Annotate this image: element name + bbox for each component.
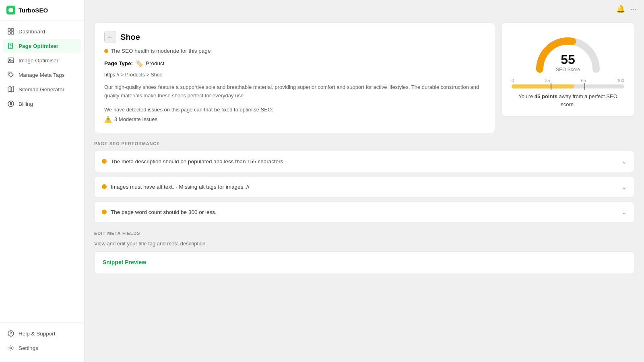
chevron-down-icon: ⌄: [621, 208, 627, 216]
settings-icon: [7, 344, 14, 352]
top-bar: 🔔 ···: [169, 0, 644, 18]
sidebar-item-label: Page Optimiser: [19, 43, 58, 49]
sidebar-item-billing[interactable]: Billing: [3, 97, 81, 111]
bar-label-0: 0: [512, 78, 514, 83]
svg-rect-3: [8, 32, 10, 34]
sidebar: TurboSEO Dashboard Page Optimiser Image …: [0, 0, 85, 362]
svg-rect-4: [11, 32, 14, 34]
back-button[interactable]: ←: [104, 31, 116, 43]
accordion-item-meta-desc[interactable]: The meta description should be populated…: [94, 151, 634, 172]
score-bar-labels: 0 35 65 100: [512, 78, 624, 83]
page-type-row: Page Type: 🏷️ Product: [104, 60, 485, 67]
sidebar-item-label: Dashboard: [19, 29, 45, 35]
card-header: ← Shoe: [104, 31, 485, 43]
grid-icon: [7, 28, 14, 35]
accordion-item-word-count[interactable]: The page word count should be 300 or les…: [94, 202, 634, 223]
sidebar-item-label: Settings: [19, 345, 38, 351]
snippet-preview-title: Snippet Preview: [103, 259, 626, 265]
page-breadcrumb: > Products > Shoe: [121, 72, 163, 78]
sidebar-item-sitemap-generator[interactable]: Sitemap Generator: [3, 82, 81, 96]
issue-dot-icon: [102, 159, 107, 164]
score-bar-marker-65: [584, 83, 585, 90]
points-prefix: You're: [518, 93, 535, 99]
sidebar-item-page-optimiser[interactable]: Page Optimiser: [3, 39, 81, 53]
image-icon: [7, 57, 14, 64]
product-icon: 🏷️: [135, 60, 143, 67]
app-logo: [6, 6, 15, 14]
notification-icon[interactable]: 🔔: [616, 4, 625, 13]
page-url: https://: [104, 72, 120, 78]
bar-label-35: 35: [545, 78, 550, 83]
sidebar-item-help-support[interactable]: Help & Support: [3, 327, 81, 340]
issue-label: The meta description should be populated…: [111, 158, 285, 165]
sidebar-item-settings[interactable]: Settings: [3, 341, 81, 355]
svg-marker-0: [8, 8, 13, 12]
health-status-text: The SEO health is moderate for this page: [111, 48, 211, 54]
warning-icon: ⚠️: [104, 116, 112, 123]
help-circle-icon: [7, 330, 14, 337]
svg-point-19: [10, 347, 12, 349]
sidebar-item-label: Manage Meta Tags: [19, 72, 65, 78]
accordion-left: The meta description should be populated…: [102, 158, 285, 165]
svg-rect-1: [8, 29, 10, 31]
accordion-left: The page word count should be 300 or les…: [102, 209, 217, 215]
bar-label-100: 100: [617, 78, 624, 83]
issues-count: 3 Moderate Issues: [114, 116, 157, 122]
chevron-down-icon: ⌄: [621, 158, 627, 165]
meta-section-card: Snippet Preview: [94, 251, 634, 274]
health-status: The SEO health is moderate for this page: [104, 48, 485, 54]
file-text-icon: [7, 42, 14, 49]
issues-section-text: We have detected issues on this page can…: [104, 107, 485, 113]
accordion-item-alt-text[interactable]: Images must have alt text. - Missing alt…: [94, 176, 634, 197]
issue-label: Images must have alt text. - Missing alt…: [111, 184, 249, 190]
svg-point-18: [11, 335, 11, 335]
chevron-down-icon: ⌄: [621, 183, 627, 191]
sidebar-item-dashboard[interactable]: Dashboard: [3, 25, 81, 38]
tag-icon: [7, 71, 14, 78]
score-bar-track: [512, 84, 624, 88]
url-row: https:// > Products > Shoe: [104, 72, 485, 78]
page-description: Our high-quality shoes feature a support…: [104, 83, 485, 100]
page-info-card: ← Shoe The SEO health is moderate for th…: [94, 23, 495, 133]
performance-section-header: PAGE SEO PERFORMANCE: [94, 141, 634, 146]
page-type-value: Product: [146, 60, 165, 66]
score-points-text: You're 45 points away from a perfect SEO…: [512, 93, 624, 108]
accordion-left: Images must have alt text. - Missing alt…: [102, 184, 249, 190]
meta-fields-description: View and edit your title tag and meta de…: [94, 241, 634, 247]
score-bar: 0 35 65 100: [512, 78, 624, 88]
sidebar-item-manage-meta-tags[interactable]: Manage Meta Tags: [3, 68, 81, 82]
app-name: TurboSEO: [19, 7, 48, 14]
issues-badge: ⚠️ 3 Moderate Issues: [104, 116, 485, 123]
seo-score-label: SEO Score: [556, 67, 580, 72]
score-bar-marker-35: [551, 83, 551, 90]
bar-label-65: 65: [581, 78, 586, 83]
sidebar-item-label: Help & Support: [19, 331, 56, 337]
sidebar-item-label: Sitemap Generator: [19, 86, 64, 93]
svg-marker-12: [8, 86, 14, 92]
map-icon: [7, 86, 14, 93]
dollar-icon: [7, 100, 14, 107]
points-suffix: away from a perfect SEO score.: [557, 93, 617, 107]
seo-score-number: 55: [561, 53, 575, 66]
sidebar-nav: Dashboard Page Optimiser Image Optimiser…: [0, 21, 84, 322]
main-content: ← Shoe The SEO health is moderate for th…: [85, 0, 644, 362]
sidebar-bottom: Help & Support Settings: [0, 322, 84, 362]
issue-dot-icon: [102, 184, 107, 189]
seo-score-card: 55 SEO Score 0 35 65 100: [502, 23, 634, 117]
sidebar-item-image-optimiser[interactable]: Image Optimiser: [3, 53, 81, 67]
accordion-list: The meta description should be populated…: [94, 151, 634, 223]
svg-rect-2: [11, 29, 14, 31]
score-bar-fill: [512, 84, 574, 88]
health-dot-icon: [104, 49, 108, 53]
top-row: ← Shoe The SEO health is moderate for th…: [94, 23, 634, 133]
sidebar-item-label: Image Optimiser: [19, 58, 58, 64]
meta-fields-section-header: EDIT META FIELDS: [94, 231, 634, 236]
page-type-label: Page Type:: [104, 60, 133, 66]
issue-dot-icon: [102, 210, 107, 214]
more-options-icon[interactable]: ···: [631, 5, 637, 13]
page-title: Shoe: [120, 33, 140, 42]
points-value: 45 points: [535, 93, 557, 99]
svg-point-11: [9, 73, 10, 74]
svg-rect-9: [8, 58, 14, 63]
sidebar-header: TurboSEO: [0, 0, 84, 21]
